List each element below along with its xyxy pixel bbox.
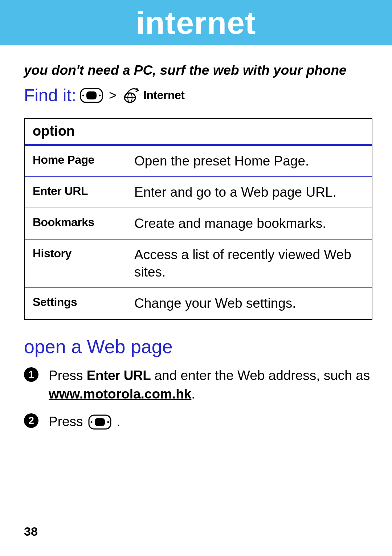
option-desc: Create and manage bookmarks. [134,215,326,232]
example-url: www.motorola.com.hk [49,387,191,401]
step-bullet-icon: 2 [24,413,38,428]
option-name: Bookmarks [33,215,134,232]
option-name: Settings [33,295,134,312]
table-row: History Access a list of recently viewed… [25,240,372,288]
section-heading: open a Web page [24,336,372,357]
find-it-app-label: Internet [143,89,184,102]
content-area: you don't need a PC, surf the web with y… [0,45,392,435]
tagline: you don't need a PC, surf the web with y… [24,63,372,78]
option-desc: Open the preset Home Page. [134,152,309,170]
svg-point-9 [107,421,109,423]
svg-rect-10 [95,418,105,426]
text: . [191,387,195,401]
step-2-text: Press . [49,412,120,435]
text: Press [49,368,87,383]
text: . [113,414,121,429]
text: and enter the Web address, such as [151,368,370,383]
nav-key-icon [88,414,111,435]
table-row: Bookmarks Create and manage bookmarks. [25,208,372,240]
table-row: Enter URL Enter and go to a Web page URL… [25,177,372,208]
page-title: internet [136,4,256,41]
svg-point-2 [99,94,101,96]
find-it-label: Find it: [24,85,76,105]
banner: internet [0,0,392,45]
option-desc: Enter and go to a Web page URL. [134,184,336,201]
options-table-header: option [25,119,372,146]
table-row: Settings Change your Web settings. [25,288,372,319]
options-table: option Home Page Open the preset Home Pa… [24,118,372,320]
find-it-row: Find it: > Internet [24,85,372,105]
option-name: Home Page [33,152,134,170]
svg-point-1 [82,94,84,96]
nav-key-icon [80,88,103,103]
step-1-text: Press Enter URL and enter the Web addres… [49,366,372,404]
step-bullet-icon: 1 [24,367,38,382]
enter-url-label: Enter URL [87,368,151,383]
step-2: 2 Press . [24,412,372,435]
table-row: Home Page Open the preset Home Page. [25,146,372,177]
step-1: 1 Press Enter URL and enter the Web addr… [24,366,372,404]
text: Press [49,414,87,429]
option-name: Enter URL [33,184,134,201]
svg-point-8 [90,421,92,423]
option-name: History [33,246,134,281]
option-desc: Change your Web settings. [134,295,296,312]
breadcrumb-separator: > [109,88,117,103]
option-desc: Access a list of recently viewed Web sit… [134,246,364,281]
globe-icon [122,87,140,103]
page-number: 38 [24,524,38,539]
svg-rect-3 [86,91,97,99]
